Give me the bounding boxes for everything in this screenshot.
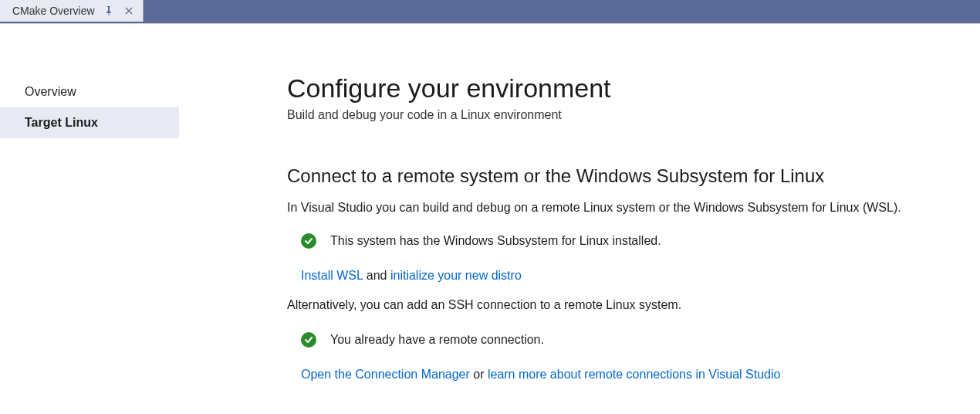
intro-text: In Visual Studio you can build and debug… (287, 201, 965, 215)
document-tab[interactable]: CMake Overview (0, 0, 144, 22)
page-title: Configure your environment (287, 73, 965, 104)
alternative-text: Alternatively, you can add an SSH connec… (287, 298, 965, 312)
titlebar: CMake Overview (0, 0, 980, 23)
wsl-status-line: This system has the Windows Subsystem fo… (287, 233, 965, 249)
and-text: and (363, 269, 390, 282)
sidebar-item-label: Target Linux (25, 116, 98, 130)
page-subtitle: Build and debug your code in a Linux env… (287, 108, 965, 122)
section-heading: Connect to a remote system or the Window… (287, 165, 965, 187)
sidebar: Overview Target Linux (0, 24, 179, 414)
pin-icon[interactable] (103, 5, 115, 17)
check-icon (301, 233, 316, 249)
remote-status-line: You already have a remote connection. (287, 332, 965, 348)
learn-more-remote-link[interactable]: learn more about remote connections in V… (488, 368, 780, 381)
sidebar-item-label: Overview (25, 85, 76, 99)
sidebar-item-overview[interactable]: Overview (0, 76, 179, 107)
main-area: Overview Target Linux Configure your env… (0, 23, 980, 414)
tab-title: CMake Overview (12, 5, 95, 17)
wsl-links-line: Install WSL and initialize your new dist… (287, 269, 965, 283)
close-icon[interactable] (123, 5, 135, 17)
remote-status-text: You already have a remote connection. (330, 333, 544, 347)
install-wsl-link[interactable]: Install WSL (301, 269, 363, 282)
or-text: or (470, 368, 488, 381)
wsl-status-text: This system has the Windows Subsystem fo… (330, 234, 661, 248)
initialize-distro-link[interactable]: initialize your new distro (390, 269, 522, 282)
content-pane: Configure your environment Build and deb… (179, 24, 980, 414)
open-connection-manager-link[interactable]: Open the Connection Manager (301, 368, 470, 381)
check-icon (301, 332, 316, 348)
remote-links-line: Open the Connection Manager or learn mor… (287, 368, 965, 382)
sidebar-item-target-linux[interactable]: Target Linux (0, 107, 179, 138)
